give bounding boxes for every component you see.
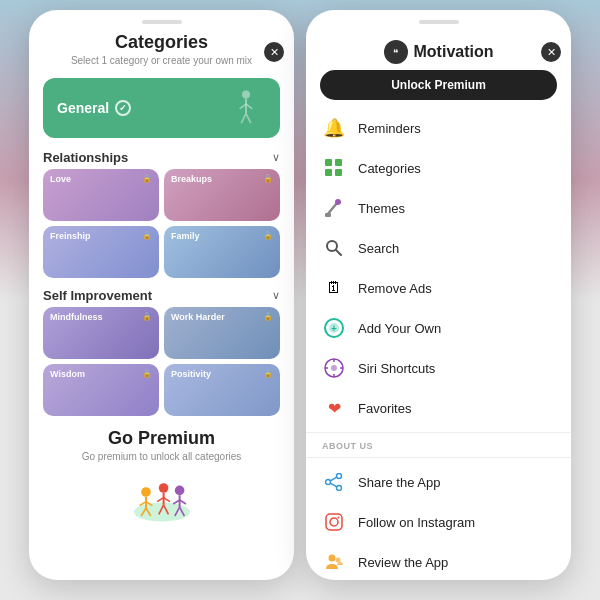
- work-harder-label: Work Harder: [171, 312, 225, 322]
- menu-item-review[interactable]: Review the App: [306, 542, 571, 580]
- go-premium-title: Go Premium: [43, 428, 280, 449]
- menu-item-instagram[interactable]: Follow on Instagram: [306, 502, 571, 542]
- review-icon: [322, 550, 346, 574]
- about-divider2: [306, 457, 571, 458]
- positivity-cell[interactable]: Positivity 🔒: [164, 364, 280, 416]
- menu-item-search[interactable]: Search: [306, 228, 571, 268]
- svg-rect-25: [325, 159, 332, 166]
- wisdom-lock-icon: 🔒: [142, 369, 152, 378]
- mindfulness-label: Mindfulness: [50, 312, 103, 322]
- reminders-icon: 🔔: [322, 116, 346, 140]
- relationships-chevron-icon: ∨: [272, 151, 280, 164]
- siri-shortcuts-label: Siri Shortcuts: [358, 361, 435, 376]
- screen-container: ✕ Categories Select 1 category or create…: [0, 0, 600, 600]
- breakups-label: Breakups: [171, 174, 212, 184]
- menu-item-categories[interactable]: Categories: [306, 148, 571, 188]
- add-own-label: Add Your Own: [358, 321, 441, 336]
- general-figure-svg: [226, 88, 266, 128]
- svg-point-13: [158, 483, 168, 493]
- friendship-cell[interactable]: Freinship 🔒: [43, 226, 159, 278]
- breakups-cell[interactable]: Breakups 🔒: [164, 169, 280, 221]
- instagram-label: Follow on Instagram: [358, 515, 475, 530]
- svg-point-45: [337, 486, 342, 491]
- left-card-header: ✕ Categories Select 1 category or create…: [29, 32, 294, 72]
- svg-point-38: [331, 365, 337, 371]
- share-label: Share the App: [358, 475, 440, 490]
- right-phone-card: ✕ ❝ Motivation Unlock Premium 🔔 Reminder…: [306, 10, 571, 580]
- general-button[interactable]: General ✓: [43, 78, 280, 138]
- favorites-icon: ❤: [322, 396, 346, 420]
- close-button[interactable]: ✕: [264, 42, 284, 62]
- menu-item-share[interactable]: Share the App: [306, 462, 571, 502]
- svg-point-50: [338, 517, 340, 519]
- wisdom-cell[interactable]: Wisdom 🔒: [43, 364, 159, 416]
- svg-rect-31: [325, 213, 331, 217]
- themes-icon: [322, 196, 346, 220]
- svg-rect-28: [335, 169, 342, 176]
- menu-item-siri-shortcuts[interactable]: Siri Shortcuts: [306, 348, 571, 388]
- friendship-label: Freinship: [50, 231, 91, 241]
- menu-item-reminders[interactable]: 🔔 Reminders: [306, 108, 571, 148]
- themes-label: Themes: [358, 201, 405, 216]
- menu-list: 🔔 Reminders Categories Themes: [306, 108, 571, 580]
- reminders-label: Reminders: [358, 121, 421, 136]
- svg-rect-26: [335, 159, 342, 166]
- relationships-title: Relationships: [43, 150, 128, 165]
- add-own-icon: +: [322, 316, 346, 340]
- love-label: Love: [50, 174, 71, 184]
- svg-line-4: [241, 114, 246, 124]
- motivation-icon: ❝: [384, 40, 408, 64]
- self-improvement-grid: Mindfulness 🔒 Work Harder 🔒 Wisdom 🔒 Pos…: [29, 307, 294, 420]
- self-improvement-section-header[interactable]: Self Improvement ∨: [29, 282, 294, 307]
- go-premium-subtitle: Go premium to unlock all categories: [43, 451, 280, 462]
- svg-rect-48: [326, 514, 342, 530]
- svg-line-47: [330, 483, 336, 487]
- svg-line-5: [246, 114, 251, 124]
- remove-ads-icon: 🗓: [322, 276, 346, 300]
- svg-point-51: [329, 555, 336, 562]
- svg-point-7: [141, 487, 151, 497]
- motivation-title: Motivation: [414, 43, 494, 61]
- menu-item-favorites[interactable]: ❤ Favorites: [306, 388, 571, 428]
- about-us-label: ABOUT US: [306, 437, 571, 453]
- self-improvement-title: Self Improvement: [43, 288, 152, 303]
- svg-point-52: [336, 558, 341, 563]
- love-cell[interactable]: Love 🔒: [43, 169, 159, 221]
- mindfulness-lock-icon: 🔒: [142, 312, 152, 321]
- family-cell[interactable]: Family 🔒: [164, 226, 280, 278]
- menu-item-themes[interactable]: Themes: [306, 188, 571, 228]
- menu-item-add-own[interactable]: + Add Your Own: [306, 308, 571, 348]
- premium-illustration-svg: [122, 466, 202, 526]
- categories-menu-label: Categories: [358, 161, 421, 176]
- siri-shortcuts-icon: [322, 356, 346, 380]
- friendship-lock-icon: 🔒: [142, 231, 152, 240]
- general-btn-text: General ✓: [57, 100, 131, 116]
- right-close-button[interactable]: ✕: [541, 42, 561, 62]
- positivity-label: Positivity: [171, 369, 211, 379]
- right-header: ✕ ❝ Motivation: [306, 32, 571, 70]
- positivity-lock-icon: 🔒: [263, 369, 273, 378]
- svg-rect-27: [325, 169, 332, 176]
- search-icon: [322, 236, 346, 260]
- unlock-premium-button[interactable]: Unlock Premium: [320, 70, 557, 100]
- mindfulness-cell[interactable]: Mindfulness 🔒: [43, 307, 159, 359]
- premium-illustration: [122, 466, 202, 526]
- favorites-label: Favorites: [358, 401, 411, 416]
- about-divider: [306, 432, 571, 433]
- work-harder-cell[interactable]: Work Harder 🔒: [164, 307, 280, 359]
- svg-point-44: [326, 480, 331, 485]
- family-label: Family: [171, 231, 200, 241]
- svg-text:+: +: [331, 323, 337, 334]
- instagram-icon: [322, 510, 346, 534]
- svg-point-19: [174, 486, 184, 496]
- relationships-section-header[interactable]: Relationships ∨: [29, 144, 294, 169]
- categories-title: Categories: [43, 32, 280, 53]
- right-phone-handle: [419, 20, 459, 24]
- svg-point-43: [337, 474, 342, 479]
- menu-item-remove-ads[interactable]: 🗓 Remove Ads: [306, 268, 571, 308]
- review-label: Review the App: [358, 555, 448, 570]
- relationships-grid: Love 🔒 Breakups 🔒 Freinship 🔒 Family 🔒: [29, 169, 294, 282]
- svg-point-30: [335, 199, 341, 205]
- self-improvement-chevron-icon: ∨: [272, 289, 280, 302]
- categories-icon: [322, 156, 346, 180]
